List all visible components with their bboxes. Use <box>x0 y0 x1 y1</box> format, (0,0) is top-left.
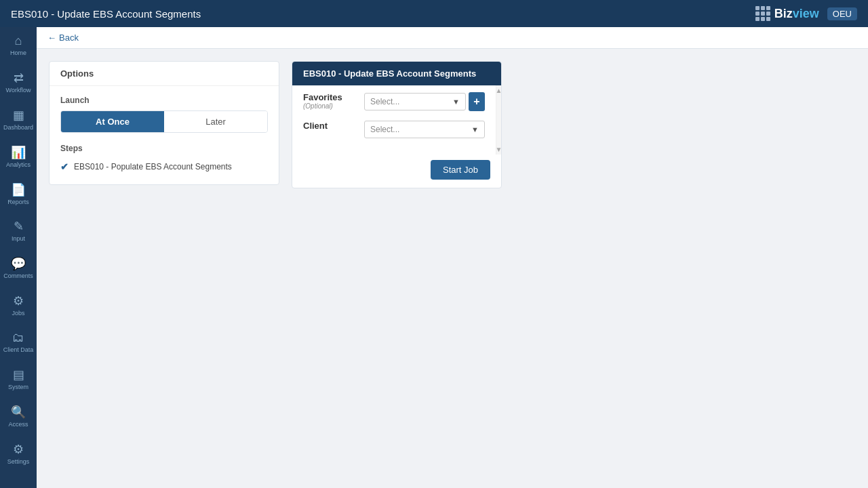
input-icon: ✎ <box>14 219 24 234</box>
job-fields-area: Favorites (Optional) Select... ▼ + <box>292 85 501 155</box>
favorites-label: Favorites <box>303 92 357 102</box>
sidebar-label-input: Input <box>12 236 25 243</box>
sidebar-item-analytics[interactable]: 📊 Analytics <box>0 138 37 176</box>
client-row: Client Select... ▼ <box>303 121 485 138</box>
favorites-sublabel: (Optional) <box>303 102 357 110</box>
sidebar-item-client-data[interactable]: 🗂 Client Data <box>0 324 37 361</box>
user-badge[interactable]: OEU <box>827 7 857 20</box>
jobs-icon: ⚙ <box>13 293 24 308</box>
sidebar: ⌂ Home ⇄ Workflow ▦ Dashboard 📊 Analytic… <box>0 27 37 488</box>
chevron-down-icon-client: ▼ <box>471 125 479 134</box>
client-select[interactable]: Select... ▼ <box>364 121 485 138</box>
sidebar-item-jobs[interactable]: ⚙ Jobs <box>0 287 37 324</box>
reports-icon: 📄 <box>11 182 26 197</box>
step-checkmark-icon: ✔ <box>60 161 68 172</box>
sidebar-item-input[interactable]: ✎ Input <box>0 212 37 249</box>
back-button[interactable]: ← Back <box>47 33 79 43</box>
bizview-text: Bizview <box>774 7 819 21</box>
sidebar-item-system[interactable]: ▤ System <box>0 361 37 398</box>
settings-icon: ⚙ <box>13 442 24 457</box>
back-label: Back <box>59 33 79 43</box>
job-panel: EBS010 - Update EBS Account Segments Fav… <box>292 61 502 188</box>
launch-label: Launch <box>60 96 268 105</box>
job-panel-header: EBS010 - Update EBS Account Segments <box>292 62 501 85</box>
sidebar-item-workflow[interactable]: ⇄ Workflow <box>0 64 37 101</box>
system-icon: ▤ <box>13 367 24 382</box>
main-area: Options Launch At Once Later Steps ✔ EBS… <box>37 49 868 488</box>
sidebar-label-comments: Comments <box>3 273 33 280</box>
sidebar-label-settings: Settings <box>7 459 30 466</box>
sidebar-item-dashboard[interactable]: ▦ Dashboard <box>0 101 37 138</box>
sidebar-item-home[interactable]: ⌂ Home <box>0 27 37 64</box>
favorites-select[interactable]: Select... ▼ <box>364 93 466 110</box>
scroll-down-icon[interactable]: ▼ <box>496 146 502 153</box>
client-control: Select... ▼ <box>364 121 485 138</box>
client-label-col: Client <box>303 121 357 131</box>
content-area: ← Back Options Launch At Once Later Step… <box>37 27 868 488</box>
sidebar-label-access: Access <box>8 422 28 428</box>
client-label: Client <box>303 121 357 131</box>
sidebar-label-home: Home <box>10 50 26 57</box>
topbar-right: Bizview OEU <box>755 6 857 21</box>
sidebar-label-client-data: Client Data <box>3 347 34 354</box>
sidebar-label-analytics: Analytics <box>6 162 31 169</box>
sidebar-label-reports: Reports <box>7 199 29 206</box>
sidebar-item-comments[interactable]: 💬 Comments <box>0 249 37 287</box>
options-header: Options <box>50 62 279 86</box>
sidebar-label-dashboard: Dashboard <box>3 125 33 131</box>
scroll-track: ▲ ▼ <box>496 85 501 155</box>
favorites-label-col: Favorites (Optional) <box>303 92 357 110</box>
back-bar: ← Back <box>37 27 868 49</box>
favorites-control: Select... ▼ + <box>364 92 485 111</box>
scroll-up-icon[interactable]: ▲ <box>496 87 502 94</box>
access-icon: 🔍 <box>11 405 26 420</box>
job-footer: Start Job <box>292 155 501 188</box>
analytics-icon: 📊 <box>11 145 26 160</box>
dashboard-icon: ▦ <box>13 108 24 123</box>
favorites-select-placeholder: Select... <box>370 97 399 106</box>
workflow-icon: ⇄ <box>14 70 24 85</box>
sidebar-item-reports[interactable]: 📄 Reports <box>0 176 37 213</box>
favorites-row: Favorites (Optional) Select... ▼ + <box>303 92 485 111</box>
sidebar-label-workflow: Workflow <box>6 87 31 94</box>
client-select-placeholder: Select... <box>370 125 399 134</box>
step-item-label: EBS010 - Populate EBS Account Segments <box>74 162 232 171</box>
later-button[interactable]: Later <box>164 111 267 132</box>
sidebar-label-jobs: Jobs <box>12 310 24 317</box>
sidebar-item-settings[interactable]: ⚙ Settings <box>0 435 37 472</box>
sidebar-label-system: System <box>8 384 28 391</box>
steps-label: Steps <box>60 144 268 153</box>
at-once-button[interactable]: At Once <box>61 111 164 132</box>
back-arrow-icon: ← <box>47 33 56 43</box>
job-fields-inner: Favorites (Optional) Select... ▼ + <box>292 85 496 155</box>
chevron-down-icon: ▼ <box>452 98 460 106</box>
options-body: Launch At Once Later Steps ✔ EBS010 - Po… <box>50 86 279 184</box>
bizview-logo: Bizview <box>755 6 819 21</box>
sidebar-item-access[interactable]: 🔍 Access <box>0 398 37 435</box>
bizview-grid-icon <box>755 6 770 21</box>
comments-icon: 💬 <box>11 256 26 271</box>
launch-buttons: At Once Later <box>60 110 268 133</box>
step-item: ✔ EBS010 - Populate EBS Account Segments <box>60 159 268 175</box>
start-job-button[interactable]: Start Job <box>431 160 490 180</box>
topbar: EBS010 - Update EBS Account Segments Biz… <box>0 0 868 27</box>
add-favorite-button[interactable]: + <box>469 92 485 111</box>
home-icon: ⌂ <box>15 34 22 48</box>
client-data-icon: 🗂 <box>12 331 24 345</box>
options-panel: Options Launch At Once Later Steps ✔ EBS… <box>49 61 279 185</box>
page-title: EBS010 - Update EBS Account Segments <box>11 8 201 20</box>
